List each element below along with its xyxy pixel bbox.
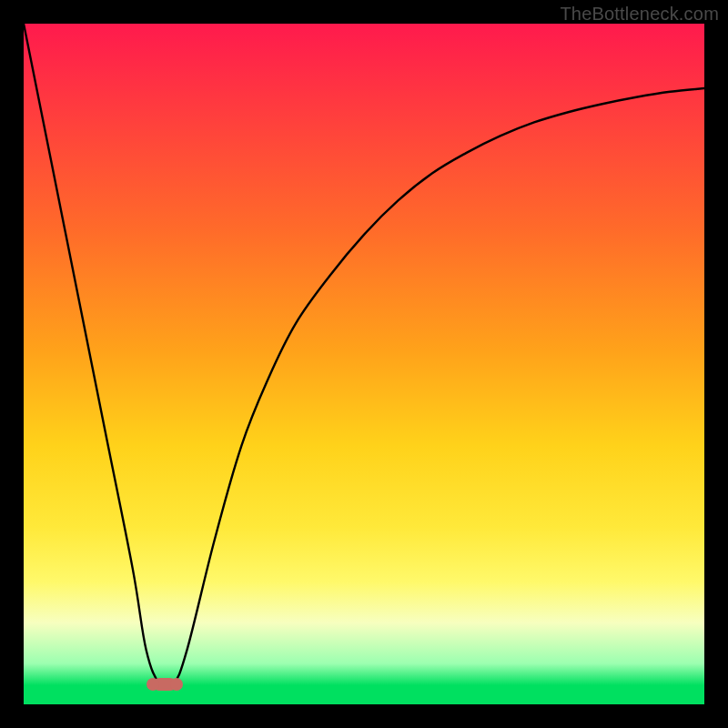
valley-marker-right [170,678,183,691]
curve-path [24,24,704,689]
plot-area [24,24,704,704]
chart-stage: TheBottleneck.com [0,0,728,728]
watermark-text: TheBottleneck.com [560,4,719,25]
valley-marker-left [147,678,159,691]
bottleneck-curve [24,24,704,704]
